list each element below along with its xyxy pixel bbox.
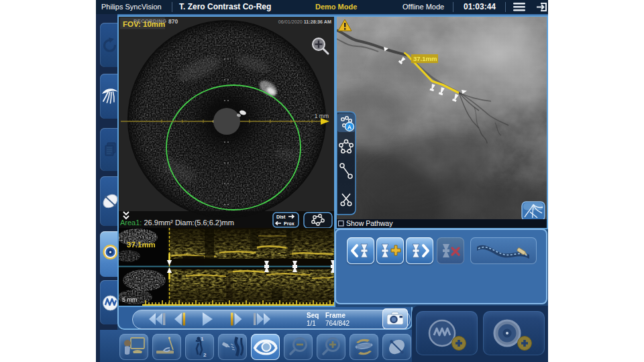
svg-text:2: 2	[203, 352, 207, 358]
svg-text:Area1: 26.9mm² Diam:(5.6;6.2)m: Area1: 26.9mm² Diam:(5.6;6.2)mm	[120, 219, 234, 227]
svg-text:764/842: 764/842	[325, 320, 350, 327]
svg-text:1 mm: 1 mm	[315, 113, 329, 119]
svg-text:Dist: Dist	[276, 215, 286, 219]
svg-text:Show Pathway: Show Pathway	[346, 219, 393, 227]
svg-text:5 mm: 5 mm	[122, 296, 138, 303]
svg-text:Seq: Seq	[307, 312, 319, 319]
svg-text:37.1mm: 37.1mm	[127, 241, 156, 249]
svg-text:06/01/2020 11:28:36 AM: 06/01/2020 11:28:36 AM	[278, 19, 331, 25]
svg-text:A: A	[347, 124, 352, 131]
svg-text:Frame: Frame	[325, 312, 345, 319]
svg-text:1/1: 1/1	[307, 320, 316, 327]
svg-text:37.1mm: 37.1mm	[413, 55, 437, 62]
svg-text:Prox: Prox	[284, 221, 294, 226]
svg-text:870: 870	[168, 18, 178, 25]
svg-text:FOV: 10mm: FOV: 10mm	[123, 20, 165, 28]
